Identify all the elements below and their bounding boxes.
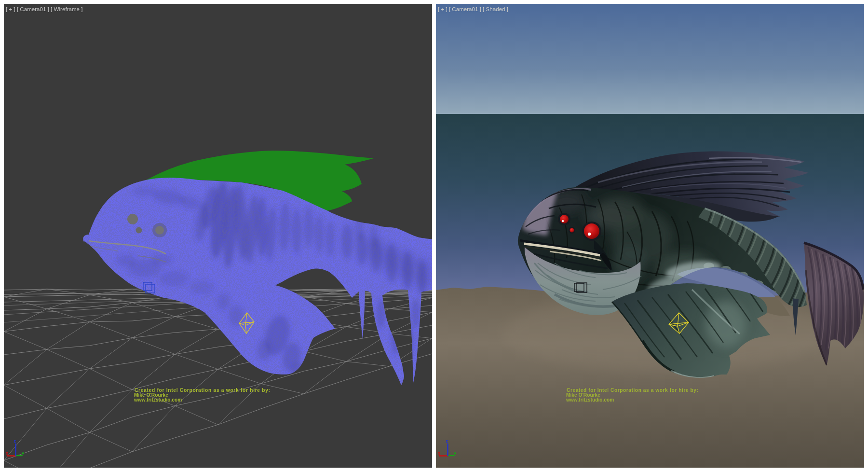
svg-text:y: y bbox=[22, 451, 24, 456]
svg-text:x: x bbox=[438, 451, 440, 456]
svg-text:[ + ] [ Camera01 ] [ Shaded ]: [ + ] [ Camera01 ] [ Shaded ] bbox=[438, 6, 508, 12]
svg-text:www.fritzstudio.com: www.fritzstudio.com bbox=[566, 397, 614, 403]
svg-text:z: z bbox=[14, 439, 16, 444]
svg-text:z: z bbox=[446, 439, 448, 444]
svg-text:y: y bbox=[454, 451, 456, 456]
svg-text:www.fritzstudio.com: www.fritzstudio.com bbox=[134, 397, 182, 403]
svg-text:x: x bbox=[6, 451, 8, 456]
svg-text:[ + ] [ Camera01 ] [ Wireframe: [ + ] [ Camera01 ] [ Wireframe ] bbox=[6, 6, 82, 12]
